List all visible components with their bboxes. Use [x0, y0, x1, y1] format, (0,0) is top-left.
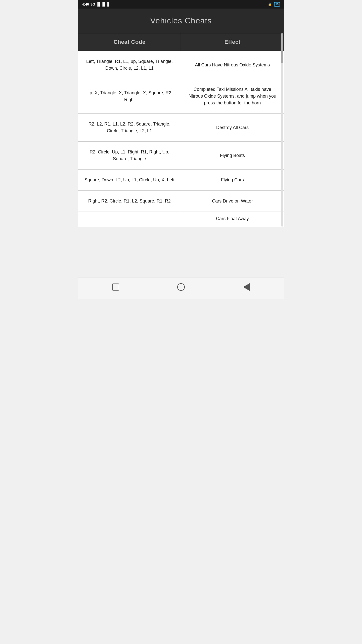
cheat-code-cell: Left, Triangle, R1, L1, up, Square, Tria…: [78, 51, 181, 79]
cheat-code-cell: R2, L2, R1, L1, L2, R2, Square, Triangle…: [78, 114, 181, 141]
effect-cell: Cars Drive on Water: [181, 191, 284, 212]
cheats-table: Cheat Code Effect Left, Triangle, R1, L1…: [78, 33, 284, 227]
cheat-code-cell: Square, Down, L2, Up, L1, Circle, Up, X,…: [78, 170, 181, 190]
table-row: Up, X, Triangle, X, Triangle, X, Square,…: [78, 79, 284, 113]
nav-bar: [78, 277, 284, 299]
table-row: R2, L2, R1, L1, L2, R2, Square, Triangle…: [78, 113, 284, 141]
recent-apps-button[interactable]: [110, 281, 121, 293]
effect-cell: Flying Boats: [181, 142, 284, 169]
signal-indicator: 3G ▐▌▐▌▐: [90, 2, 109, 6]
cheat-code-cell: Up, X, Triangle, X, Triangle, X, Square,…: [78, 79, 181, 113]
table-row: Square, Down, L2, Up, L1, Circle, Up, X,…: [78, 169, 284, 190]
effect-cell: All Cars Have Nitrous Oxide Systems: [181, 51, 284, 79]
table-row-partial: Cars Float Away: [78, 212, 284, 227]
effect-cell: Flying Cars: [181, 170, 284, 190]
page-title: Vehicles Cheats: [83, 16, 279, 25]
status-bar: 4:46 3G ▐▌▐▌▐ 🔒 15: [78, 0, 284, 9]
scroll-thumb[interactable]: [281, 33, 283, 63]
table-header: Cheat Code Effect: [78, 33, 284, 51]
status-bar-right: 🔒 15: [268, 2, 280, 7]
page-title-container: Vehicles Cheats: [78, 9, 284, 33]
header-cheat-code: Cheat Code: [78, 33, 181, 51]
time-display: 4:46: [82, 2, 89, 6]
scroll-indicator[interactable]: [281, 33, 283, 227]
effect-cell-partial: Cars Float Away: [181, 212, 284, 227]
cheat-code-cell: Right, R2, Circle, R1, L2, Square, R1, R…: [78, 191, 181, 212]
bottom-area: [78, 227, 284, 277]
table-row: Right, R2, Circle, R1, L2, Square, R1, R…: [78, 190, 284, 212]
status-bar-left: 4:46 3G ▐▌▐▌▐: [82, 2, 109, 6]
lock-icon: 🔒: [268, 2, 272, 6]
header-effect: Effect: [181, 33, 284, 51]
table-row: R2, Circle, Up, L1, Right, R1, Right, Up…: [78, 141, 284, 169]
effect-cell: Completed Taxi Missions All taxis have N…: [181, 79, 284, 113]
table-row: Left, Triangle, R1, L1, up, Square, Tria…: [78, 51, 284, 79]
home-button[interactable]: [175, 281, 187, 293]
home-icon: [177, 283, 185, 291]
effect-cell: Destroy All Cars: [181, 114, 284, 141]
recent-apps-icon: [112, 284, 119, 291]
back-icon: [243, 283, 250, 291]
back-button[interactable]: [241, 281, 252, 293]
battery-indicator: 15: [274, 2, 280, 7]
cheat-code-cell: R2, Circle, Up, L1, Right, R1, Right, Up…: [78, 142, 181, 169]
cheat-code-cell-partial: [78, 212, 181, 227]
